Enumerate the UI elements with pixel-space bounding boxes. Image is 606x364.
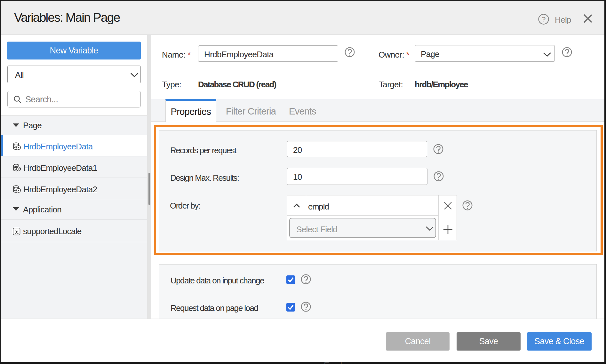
svg-text:?: ? [542,15,545,23]
